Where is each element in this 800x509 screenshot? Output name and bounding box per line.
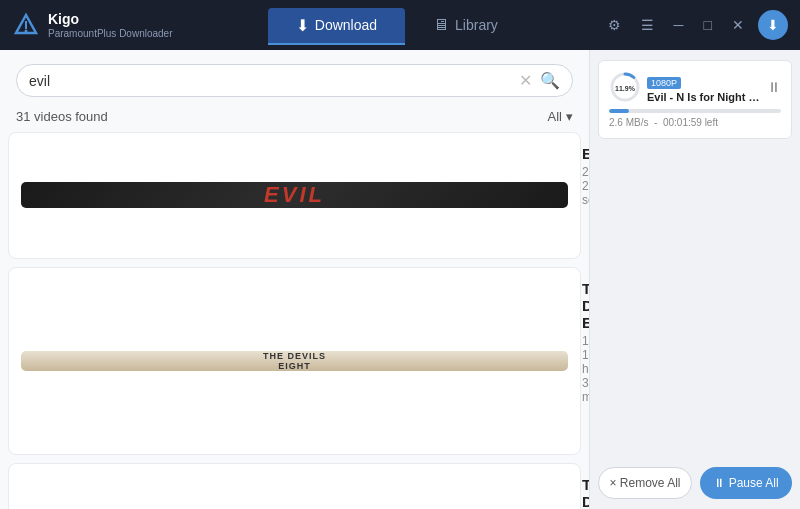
filter-all-label: All <box>548 109 562 124</box>
app-title: Kigo <box>48 11 173 28</box>
maximize-button[interactable]: □ <box>698 13 718 37</box>
left-panel: ✕ 🔍 31 videos found All ▾ EVIL Evil <box>0 50 590 509</box>
title-bar: Kigo ParamountPlus Downloader ⬇ Download… <box>0 0 800 50</box>
video-year: 1969 <box>582 334 589 348</box>
nav-tabs: ⬇ Download 🖥 Library <box>192 8 602 43</box>
progress-circle: 11.9% <box>609 71 641 103</box>
pause-all-button[interactable]: ⏸ Pause All <box>700 467 792 499</box>
video-duration: 2 seasons <box>582 179 589 207</box>
close-button[interactable]: ✕ <box>726 13 750 37</box>
logo-area: Kigo ParamountPlus Downloader <box>12 11 192 39</box>
pause-item-button[interactable]: ⏸ <box>767 79 781 95</box>
menu-button[interactable]: ☰ <box>635 13 660 37</box>
search-clear-icon[interactable]: ✕ <box>519 71 532 90</box>
quality-badge: 1080P <box>647 77 681 89</box>
video-list: EVIL Evil 2019 2 seasons When the Cathol… <box>0 132 589 509</box>
download-progress-fill <box>609 109 629 113</box>
app-logo <box>12 11 40 39</box>
video-thumbnail: EVIL <box>21 182 568 208</box>
download-title: Evil - N Is for Night T... <box>647 91 761 103</box>
bottom-buttons: × Remove All ⏸ Pause All <box>598 459 792 499</box>
right-panel: 11.9% 1080P Evil - N Is for Night T... ⏸… <box>590 50 800 509</box>
svg-point-2 <box>25 30 28 33</box>
main-content: ✕ 🔍 31 videos found All ▾ EVIL Evil <box>0 50 800 509</box>
svg-text:11.9%: 11.9% <box>615 85 636 92</box>
download-progress-bar <box>609 109 781 113</box>
tab-library[interactable]: 🖥 Library <box>405 8 526 42</box>
download-item-header: 11.9% 1080P Evil - N Is for Night T... ⏸ <box>609 71 781 103</box>
download-tab-icon: ⬇ <box>296 16 309 35</box>
filter-bar: 31 videos found All ▾ <box>0 105 589 132</box>
list-item: EVIL Evil 2019 2 seasons When the Cathol… <box>8 132 581 259</box>
tab-download[interactable]: ⬇ Download <box>268 8 405 43</box>
app-subtitle: ParamountPlus Downloader <box>48 28 173 39</box>
library-tab-label: Library <box>455 17 498 33</box>
remove-all-button[interactable]: × Remove All <box>598 467 692 499</box>
minimize-button[interactable]: ─ <box>668 13 690 37</box>
search-bar: ✕ 🔍 <box>0 50 589 105</box>
video-duration: 1 hour 38 mins <box>582 348 589 404</box>
download-time-left: 00:01:59 left <box>663 117 718 128</box>
download-stats: 2.6 MB/s - 00:01:59 left <box>609 117 781 128</box>
download-tab-label: Download <box>315 17 377 33</box>
list-item: THE DEVIL'S PARTY The Devil's Party 1938… <box>8 463 581 509</box>
search-input[interactable] <box>29 73 511 89</box>
download-item-card: 11.9% 1080P Evil - N Is for Night T... ⏸… <box>598 60 792 139</box>
settings-button[interactable]: ⚙ <box>602 13 627 37</box>
search-icon[interactable]: 🔍 <box>540 71 560 90</box>
video-thumbnail: THE DEVILSEIGHT <box>21 351 568 371</box>
list-item: THE DEVILSEIGHT The Devil's Eight 1969 1… <box>8 267 581 456</box>
video-year: 2019 <box>582 165 589 179</box>
download-circle-button[interactable]: ⬇ <box>758 10 788 40</box>
search-input-wrap: ✕ 🔍 <box>16 64 573 97</box>
filter-all-dropdown[interactable]: All ▾ <box>548 109 573 124</box>
title-bar-controls: ⚙ ☰ ─ □ ✕ ⬇ <box>602 10 788 40</box>
download-speed: 2.6 MB/s <box>609 117 648 128</box>
library-tab-icon: 🖥 <box>433 16 449 34</box>
results-count: 31 videos found <box>16 109 108 124</box>
chevron-down-icon: ▾ <box>566 109 573 124</box>
download-item-info: 1080P Evil - N Is for Night T... <box>647 72 761 103</box>
